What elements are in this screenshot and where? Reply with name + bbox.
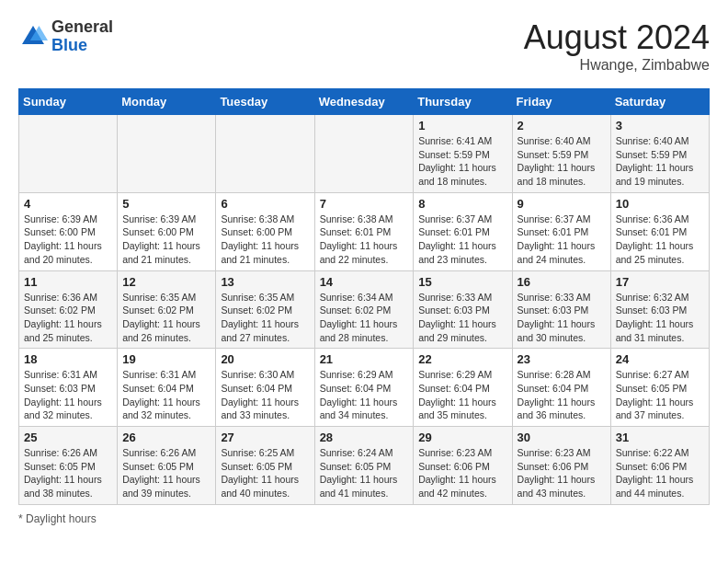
day-number: 8 <box>418 197 506 211</box>
day-number: 15 <box>418 275 506 289</box>
calendar-day-cell <box>314 115 414 193</box>
day-info: Sunrise: 6:37 AM Sunset: 6:01 PM Dayligh… <box>418 213 506 267</box>
calendar-week-row: 1Sunrise: 6:41 AM Sunset: 5:59 PM Daylig… <box>19 115 710 193</box>
day-info: Sunrise: 6:29 AM Sunset: 6:04 PM Dayligh… <box>418 368 506 422</box>
day-info: Sunrise: 6:26 AM Sunset: 6:05 PM Dayligh… <box>122 446 210 500</box>
daylight-label: Daylight hours <box>26 512 97 525</box>
day-number: 22 <box>418 352 506 366</box>
calendar-day-cell: 28Sunrise: 6:24 AM Sunset: 6:05 PM Dayli… <box>314 427 414 505</box>
day-number: 1 <box>418 119 506 132</box>
day-number: 4 <box>24 197 112 211</box>
location: Hwange, Zimbabwe <box>524 57 710 74</box>
day-info: Sunrise: 6:38 AM Sunset: 6:00 PM Dayligh… <box>221 213 309 267</box>
day-number: 11 <box>24 275 112 289</box>
calendar-table: SundayMondayTuesdayWednesdayThursdayFrid… <box>18 88 710 505</box>
day-number: 17 <box>616 275 704 289</box>
day-info: Sunrise: 6:40 AM Sunset: 5:59 PM Dayligh… <box>518 134 606 189</box>
calendar-day-cell: 10Sunrise: 6:36 AM Sunset: 6:01 PM Dayli… <box>610 192 709 270</box>
calendar-day-cell <box>118 115 216 193</box>
day-number: 5 <box>122 197 210 211</box>
day-info: Sunrise: 6:40 AM Sunset: 5:59 PM Dayligh… <box>616 134 704 189</box>
day-info: Sunrise: 6:22 AM Sunset: 6:06 PM Dayligh… <box>616 446 704 500</box>
day-number: 13 <box>221 275 309 289</box>
calendar-day-cell: 23Sunrise: 6:28 AM Sunset: 6:04 PM Dayli… <box>512 349 610 427</box>
calendar-day-cell: 22Sunrise: 6:29 AM Sunset: 6:04 PM Dayli… <box>414 349 512 427</box>
day-number: 24 <box>616 352 704 366</box>
title-area: August 2024 Hwange, Zimbabwe <box>524 18 710 74</box>
calendar-week-row: 11Sunrise: 6:36 AM Sunset: 6:02 PM Dayli… <box>19 270 710 349</box>
day-info: Sunrise: 6:23 AM Sunset: 6:06 PM Dayligh… <box>518 446 606 500</box>
calendar-day-cell: 29Sunrise: 6:23 AM Sunset: 6:06 PM Dayli… <box>414 427 512 505</box>
day-number: 20 <box>221 352 309 366</box>
day-number: 19 <box>122 352 210 366</box>
day-of-week-header: Wednesday <box>314 89 414 115</box>
day-number: 2 <box>518 119 606 132</box>
calendar-day-cell: 5Sunrise: 6:39 AM Sunset: 6:00 PM Daylig… <box>118 192 216 270</box>
calendar-day-cell: 30Sunrise: 6:23 AM Sunset: 6:06 PM Dayli… <box>512 427 610 505</box>
day-of-week-header: Saturday <box>610 89 709 115</box>
calendar-day-cell: 4Sunrise: 6:39 AM Sunset: 6:00 PM Daylig… <box>19 192 118 270</box>
day-info: Sunrise: 6:35 AM Sunset: 6:02 PM Dayligh… <box>122 291 210 345</box>
day-number: 14 <box>320 275 409 289</box>
day-info: Sunrise: 6:41 AM Sunset: 5:59 PM Dayligh… <box>418 134 506 189</box>
calendar-day-cell: 20Sunrise: 6:30 AM Sunset: 6:04 PM Dayli… <box>216 349 314 427</box>
calendar-week-row: 4Sunrise: 6:39 AM Sunset: 6:00 PM Daylig… <box>19 192 710 270</box>
calendar-day-cell: 15Sunrise: 6:33 AM Sunset: 6:03 PM Dayli… <box>414 270 512 349</box>
calendar-day-cell: 12Sunrise: 6:35 AM Sunset: 6:02 PM Dayli… <box>118 270 216 349</box>
calendar-day-cell: 19Sunrise: 6:31 AM Sunset: 6:04 PM Dayli… <box>118 349 216 427</box>
calendar-day-cell: 14Sunrise: 6:34 AM Sunset: 6:02 PM Dayli… <box>314 270 414 349</box>
day-info: Sunrise: 6:39 AM Sunset: 6:00 PM Dayligh… <box>24 213 112 267</box>
day-number: 6 <box>221 197 309 211</box>
calendar-day-cell: 11Sunrise: 6:36 AM Sunset: 6:02 PM Dayli… <box>19 270 118 349</box>
header: General Blue August 2024 Hwange, Zimbabw… <box>18 18 710 74</box>
day-number: 27 <box>221 431 309 444</box>
day-number: 18 <box>24 352 112 366</box>
day-of-week-header: Tuesday <box>216 89 314 115</box>
calendar-week-row: 18Sunrise: 6:31 AM Sunset: 6:03 PM Dayli… <box>19 349 710 427</box>
day-number: 3 <box>616 119 704 132</box>
calendar-day-cell <box>19 115 118 193</box>
day-info: Sunrise: 6:27 AM Sunset: 6:05 PM Dayligh… <box>616 368 704 422</box>
day-number: 30 <box>518 431 606 444</box>
day-info: Sunrise: 6:36 AM Sunset: 6:02 PM Dayligh… <box>24 291 112 345</box>
day-info: Sunrise: 6:26 AM Sunset: 6:05 PM Dayligh… <box>24 446 112 500</box>
calendar-day-cell: 7Sunrise: 6:38 AM Sunset: 6:01 PM Daylig… <box>314 192 414 270</box>
calendar-day-cell: 13Sunrise: 6:35 AM Sunset: 6:02 PM Dayli… <box>216 270 314 349</box>
day-info: Sunrise: 6:38 AM Sunset: 6:01 PM Dayligh… <box>320 213 409 267</box>
calendar-day-cell: 16Sunrise: 6:33 AM Sunset: 6:03 PM Dayli… <box>512 270 610 349</box>
calendar-day-cell: 1Sunrise: 6:41 AM Sunset: 5:59 PM Daylig… <box>414 115 512 193</box>
calendar-day-cell: 21Sunrise: 6:29 AM Sunset: 6:04 PM Dayli… <box>314 349 414 427</box>
calendar-day-cell: 17Sunrise: 6:32 AM Sunset: 6:03 PM Dayli… <box>610 270 709 349</box>
day-number: 10 <box>616 197 704 211</box>
calendar-day-cell: 8Sunrise: 6:37 AM Sunset: 6:01 PM Daylig… <box>414 192 512 270</box>
day-info: Sunrise: 6:23 AM Sunset: 6:06 PM Dayligh… <box>418 446 506 500</box>
day-of-week-header: Friday <box>512 89 610 115</box>
calendar-day-cell: 26Sunrise: 6:26 AM Sunset: 6:05 PM Dayli… <box>118 427 216 505</box>
day-info: Sunrise: 6:31 AM Sunset: 6:03 PM Dayligh… <box>24 368 112 422</box>
day-info: Sunrise: 6:30 AM Sunset: 6:04 PM Dayligh… <box>221 368 309 422</box>
footer-note: * Daylight hours <box>18 512 710 525</box>
calendar-day-cell: 6Sunrise: 6:38 AM Sunset: 6:00 PM Daylig… <box>216 192 314 270</box>
calendar-header-row: SundayMondayTuesdayWednesdayThursdayFrid… <box>19 89 710 115</box>
logo-general: General <box>51 17 113 36</box>
day-of-week-header: Sunday <box>19 89 118 115</box>
day-info: Sunrise: 6:29 AM Sunset: 6:04 PM Dayligh… <box>320 368 409 422</box>
logo-icon <box>18 22 48 52</box>
day-info: Sunrise: 6:28 AM Sunset: 6:04 PM Dayligh… <box>518 368 606 422</box>
calendar-day-cell: 9Sunrise: 6:37 AM Sunset: 6:01 PM Daylig… <box>512 192 610 270</box>
day-number: 16 <box>518 275 606 289</box>
calendar-day-cell: 2Sunrise: 6:40 AM Sunset: 5:59 PM Daylig… <box>512 115 610 193</box>
calendar-day-cell: 3Sunrise: 6:40 AM Sunset: 5:59 PM Daylig… <box>610 115 709 193</box>
day-of-week-header: Monday <box>118 89 216 115</box>
day-info: Sunrise: 6:32 AM Sunset: 6:03 PM Dayligh… <box>616 291 704 345</box>
month-year: August 2024 <box>524 18 710 57</box>
day-info: Sunrise: 6:39 AM Sunset: 6:00 PM Dayligh… <box>122 213 210 267</box>
day-info: Sunrise: 6:36 AM Sunset: 6:01 PM Dayligh… <box>616 213 704 267</box>
day-info: Sunrise: 6:34 AM Sunset: 6:02 PM Dayligh… <box>320 291 409 345</box>
calendar-day-cell: 25Sunrise: 6:26 AM Sunset: 6:05 PM Dayli… <box>19 427 118 505</box>
calendar-day-cell <box>216 115 314 193</box>
calendar-day-cell: 18Sunrise: 6:31 AM Sunset: 6:03 PM Dayli… <box>19 349 118 427</box>
calendar-week-row: 25Sunrise: 6:26 AM Sunset: 6:05 PM Dayli… <box>19 427 710 505</box>
calendar-day-cell: 31Sunrise: 6:22 AM Sunset: 6:06 PM Dayli… <box>610 427 709 505</box>
calendar-day-cell: 24Sunrise: 6:27 AM Sunset: 6:05 PM Dayli… <box>610 349 709 427</box>
